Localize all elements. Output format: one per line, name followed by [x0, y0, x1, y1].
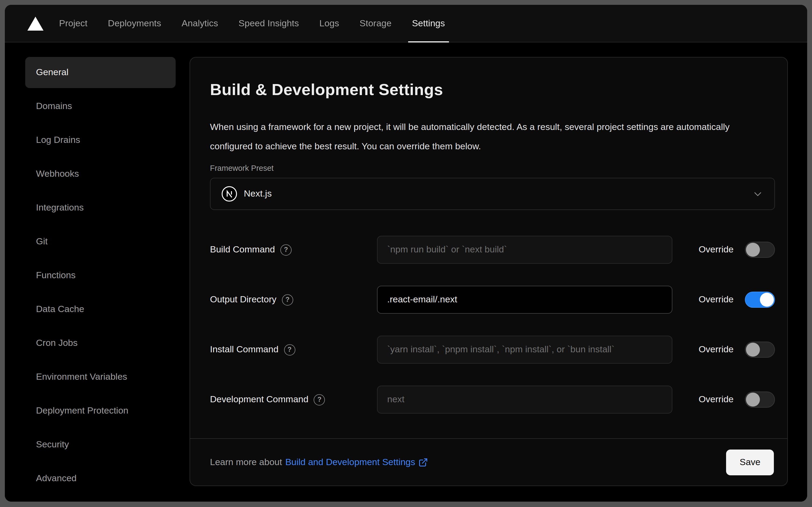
help-icon[interactable]: ?: [282, 294, 293, 305]
sidebar-item-advanced[interactable]: Advanced: [25, 463, 176, 494]
triangle-shape: [27, 16, 44, 30]
build-command-override-toggle[interactable]: [745, 242, 775, 258]
toggle-knob: [746, 393, 760, 406]
framework-preset-select[interactable]: Next.js: [210, 178, 775, 210]
override-label: Override: [699, 344, 734, 355]
learn-more-prefix: Learn more about: [210, 457, 282, 467]
framework-preset-label: Framework Preset: [210, 163, 774, 173]
sidebar-item-security[interactable]: Security: [25, 429, 176, 460]
output-directory-override-toggle[interactable]: [745, 292, 775, 308]
card-title: Build & Development Settings: [210, 80, 774, 99]
sidebar-item-data-cache[interactable]: Data Cache: [25, 294, 176, 325]
sidebar-item-git[interactable]: Git: [25, 226, 176, 257]
nav-tab-speed-insights[interactable]: Speed Insights: [238, 5, 299, 42]
sidebar-item-log-drains[interactable]: Log Drains: [25, 125, 176, 156]
toggle-knob: [760, 293, 774, 307]
output-directory-label-group: Output Directory ?: [210, 294, 377, 305]
nav-tab-logs[interactable]: Logs: [319, 5, 339, 42]
development-command-override-toggle[interactable]: [745, 392, 775, 408]
build-command-input[interactable]: [377, 236, 673, 264]
output-directory-label: Output Directory: [210, 294, 277, 305]
card-description: When using a framework for a new project…: [210, 118, 768, 156]
sidebar-item-functions[interactable]: Functions: [25, 260, 176, 291]
development-command-label: Development Command: [210, 394, 308, 405]
development-command-row: Development Command ? Override: [210, 386, 775, 413]
development-command-input[interactable]: [377, 386, 673, 413]
vercel-logo-icon[interactable]: [27, 16, 44, 30]
sidebar-item-deployment-protection[interactable]: Deployment Protection: [25, 395, 176, 427]
build-settings-doc-link[interactable]: Build and Development Settings: [285, 457, 415, 467]
nav-tab-project[interactable]: Project: [59, 5, 88, 42]
build-settings-card: Build & Development Settings When using …: [189, 57, 788, 486]
toggle-knob: [746, 343, 760, 357]
help-icon[interactable]: ?: [284, 344, 295, 355]
build-command-row: Build Command ? Override: [210, 236, 775, 264]
app-window: Project Deployments Analytics Speed Insi…: [5, 5, 807, 502]
nav-tab-analytics[interactable]: Analytics: [181, 5, 218, 42]
install-command-label-group: Install Command ?: [210, 344, 377, 355]
override-label: Override: [699, 394, 734, 405]
install-command-label: Install Command: [210, 344, 279, 355]
build-command-label-group: Build Command ?: [210, 244, 377, 256]
content-area: General Domains Log Drains Webhooks Inte…: [5, 43, 807, 502]
output-directory-row: Output Directory ? Override: [210, 286, 775, 314]
save-button[interactable]: Save: [727, 449, 774, 475]
install-command-row: Install Command ? Override: [210, 336, 775, 363]
development-command-label-group: Development Command ?: [210, 394, 377, 405]
toggle-knob: [746, 243, 760, 257]
sidebar-item-general[interactable]: General: [25, 57, 176, 88]
override-label: Override: [699, 294, 734, 305]
help-icon[interactable]: ?: [314, 394, 325, 405]
sidebar-item-webhooks[interactable]: Webhooks: [25, 158, 176, 189]
sidebar-item-integrations[interactable]: Integrations: [25, 192, 176, 223]
learn-more-text: Learn more about Build and Development S…: [210, 457, 428, 467]
nextjs-logo-icon: [221, 186, 237, 202]
nav-tab-settings[interactable]: Settings: [412, 5, 445, 42]
sidebar-item-cron-jobs[interactable]: Cron Jobs: [25, 328, 176, 359]
top-navbar: Project Deployments Analytics Speed Insi…: [5, 5, 807, 43]
output-directory-input[interactable]: [377, 286, 673, 314]
card-footer: Learn more about Build and Development S…: [190, 438, 787, 486]
chevron-down-icon: [752, 188, 764, 200]
install-command-override-toggle[interactable]: [745, 342, 775, 358]
nav-tabs: Project Deployments Analytics Speed Insi…: [59, 5, 445, 42]
override-label: Override: [699, 244, 734, 255]
sidebar-item-domains[interactable]: Domains: [25, 91, 176, 122]
sidebar-item-environment-variables[interactable]: Environment Variables: [25, 361, 176, 393]
settings-sidebar: General Domains Log Drains Webhooks Inte…: [25, 43, 189, 497]
desktop-background: Project Deployments Analytics Speed Insi…: [0, 0, 812, 507]
nav-tab-deployments[interactable]: Deployments: [108, 5, 161, 42]
nav-tab-storage[interactable]: Storage: [359, 5, 392, 42]
help-icon[interactable]: ?: [280, 244, 292, 256]
install-command-input[interactable]: [377, 336, 673, 363]
external-link-icon: [418, 457, 428, 467]
build-command-label: Build Command: [210, 244, 275, 255]
framework-preset-value: Next.js: [244, 188, 272, 199]
